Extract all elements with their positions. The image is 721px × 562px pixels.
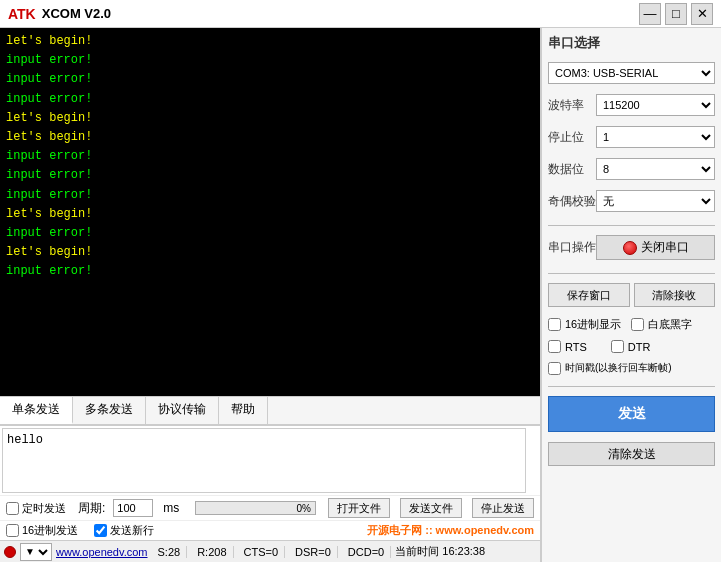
stop-select[interactable]: 11.52: [596, 126, 715, 148]
status-dcd: DCD=0: [342, 546, 391, 558]
send-textarea-container: [2, 428, 526, 493]
watermark-text: 开源电子网 :: www.openedv.com: [367, 523, 534, 538]
white-black-checkbox[interactable]: [631, 318, 644, 331]
time-interval-checkbox[interactable]: [548, 362, 561, 375]
baud-select[interactable]: 1152009600192003840057600: [596, 94, 715, 116]
parity-select[interactable]: 无奇偶: [596, 190, 715, 212]
open-file-button[interactable]: 打开文件: [328, 498, 390, 518]
data-row: 数据位 8765: [548, 158, 715, 180]
tab-0[interactable]: 单条发送: [0, 397, 73, 424]
bottom-row-1: 定时发送 周期: ms 0% 打开文件 发送文件 停止发送: [0, 495, 540, 520]
terminal-line: input error!: [6, 51, 534, 70]
terminal-line: input error!: [6, 224, 534, 243]
period-unit: ms: [163, 501, 179, 515]
terminal-area[interactable]: let's begin!input error!input error!inpu…: [0, 28, 540, 396]
status-link[interactable]: www.openedv.com: [56, 546, 148, 558]
terminal-line: input error!: [6, 166, 534, 185]
hex-send-checkbox[interactable]: [6, 524, 19, 537]
maximize-button[interactable]: □: [665, 3, 687, 25]
dtr-checkbox[interactable]: [611, 340, 624, 353]
rts-dtr-row: RTS DTR: [548, 340, 715, 353]
stop-label: 停止位: [548, 129, 596, 146]
send-area-row: [0, 426, 540, 495]
serial-op-label: 串口操作: [548, 239, 596, 256]
title-left: ATK XCOM V2.0: [8, 6, 111, 22]
data-select[interactable]: 8765: [596, 158, 715, 180]
divider-1: [548, 225, 715, 226]
data-label: 数据位: [548, 161, 596, 178]
minimize-button[interactable]: —: [639, 3, 661, 25]
status-cts: CTS=0: [238, 546, 286, 558]
parity-label: 奇偶校验: [548, 193, 596, 210]
action-btns-row: 保存窗口 清除接收: [548, 283, 715, 307]
send-big-button[interactable]: 发送: [548, 396, 715, 432]
send-section: 定时发送 周期: ms 0% 打开文件 发送文件 停止发送 16进制发送: [0, 425, 540, 540]
status-time: 当前时间 16:23:38: [395, 544, 485, 559]
clear-send-button[interactable]: 清除发送: [548, 442, 715, 466]
send-file-button[interactable]: 发送文件: [400, 498, 462, 518]
status-bar: ▼ www.openedv.com S:28 R:208 CTS=0 DSR=0…: [0, 540, 540, 562]
tab-1[interactable]: 多条发送: [73, 397, 146, 424]
close-port-label: 关闭串口: [641, 239, 689, 256]
port-select[interactable]: COM3: USB-SERIAL: [548, 62, 715, 84]
right-panel: 串口选择 COM3: USB-SERIAL 波特率 11520096001920…: [541, 28, 721, 562]
title-bar: ATK XCOM V2.0 — □ ✕: [0, 0, 721, 28]
tab-bar: 单条发送多条发送协议传输帮助: [0, 396, 540, 425]
terminal-line: input error!: [6, 70, 534, 89]
title-controls: — □ ✕: [639, 3, 713, 25]
send-textarea[interactable]: [3, 429, 525, 489]
send-btn-group: [528, 426, 540, 495]
tab-3[interactable]: 帮助: [219, 397, 268, 424]
app-title: XCOM V2.0: [42, 6, 111, 21]
white-black-label: 白底黑字: [648, 317, 692, 332]
terminal-line: let's begin!: [6, 243, 534, 262]
dtr-label: DTR: [628, 341, 651, 353]
tab-2[interactable]: 协议传输: [146, 397, 219, 424]
period-input[interactable]: [113, 499, 153, 517]
stop-row: 停止位 11.52: [548, 126, 715, 148]
hex-send-label[interactable]: 16进制发送: [6, 523, 78, 538]
save-window-button[interactable]: 保存窗口: [548, 283, 630, 307]
clear-recv-button[interactable]: 清除接收: [634, 283, 716, 307]
progress-bar: 0%: [195, 501, 316, 515]
period-label: 周期:: [78, 500, 105, 517]
baud-row: 波特率 1152009600192003840057600: [548, 94, 715, 116]
serial-op-row: 串口操作 关闭串口: [548, 235, 715, 260]
left-panel: let's begin!input error!input error!inpu…: [0, 28, 541, 562]
terminal-line: let's begin!: [6, 205, 534, 224]
timed-send-checkbox[interactable]: [6, 502, 19, 515]
divider-3: [548, 386, 715, 387]
terminal-line: input error!: [6, 186, 534, 205]
terminal-line: let's begin!: [6, 128, 534, 147]
time-interval-label: 时间戳(以换行回车断帧): [565, 361, 672, 375]
parity-row: 奇偶校验 无奇偶: [548, 190, 715, 212]
timed-send-label: 定时发送: [22, 501, 66, 516]
rts-label: RTS: [565, 341, 587, 353]
terminal-line: input error!: [6, 147, 534, 166]
status-size: S:28: [152, 546, 188, 558]
status-port-select[interactable]: ▼: [20, 543, 52, 561]
hex16-display-checkbox[interactable]: [548, 318, 561, 331]
bottom-row-2: 16进制发送 发送新行 开源电子网 :: www.openedv.com: [0, 520, 540, 540]
timed-send-checkbox-label[interactable]: 定时发送: [6, 501, 66, 516]
send-newline-checkbox[interactable]: [94, 524, 107, 537]
hex-send-text: 16进制发送: [22, 523, 78, 538]
hex16-display-row: 16进制显示 白底黑字: [548, 317, 715, 332]
progress-text: 0%: [297, 502, 311, 516]
terminal-line: let's begin!: [6, 109, 534, 128]
rts-checkbox[interactable]: [548, 340, 561, 353]
hex16-display-label: 16进制显示: [565, 317, 621, 332]
close-port-button[interactable]: 关闭串口: [596, 235, 715, 260]
main-layout: let's begin!input error!input error!inpu…: [0, 28, 721, 562]
port-row: COM3: USB-SERIAL: [548, 62, 715, 84]
status-recv: R:208: [191, 546, 233, 558]
red-dot-icon: [623, 241, 637, 255]
divider-2: [548, 273, 715, 274]
send-newline-label[interactable]: 发送新行: [94, 523, 154, 538]
terminal-line: let's begin!: [6, 32, 534, 51]
stop-send-button[interactable]: 停止发送: [472, 498, 534, 518]
terminal-line: input error!: [6, 90, 534, 109]
app-icon: ATK: [8, 6, 36, 22]
close-button[interactable]: ✕: [691, 3, 713, 25]
serial-section-title: 串口选择: [548, 34, 715, 52]
